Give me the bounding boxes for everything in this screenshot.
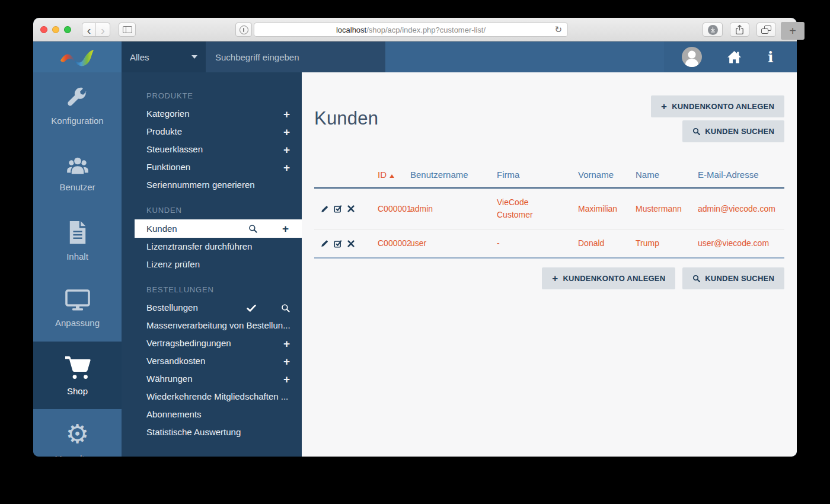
menu-item-vertragsbedingungen[interactable]: Vertragsbedingungen +	[122, 334, 302, 352]
edit-pencil-icon[interactable]	[321, 240, 328, 247]
menu-item-abonnements[interactable]: Abonnements	[122, 406, 302, 423]
global-search	[206, 42, 385, 72]
menu-item-waehrungen[interactable]: Währungen +	[122, 370, 302, 388]
zoom-window-button[interactable]	[64, 26, 71, 33]
url-path: /shop/acp/index.php?customer-list/	[366, 25, 486, 34]
column-header-vorname[interactable]: Vorname	[578, 170, 636, 180]
add-icon[interactable]: +	[283, 126, 290, 138]
show-all-tabs-button[interactable]	[756, 23, 776, 37]
chevron-down-icon	[191, 55, 197, 59]
customer-id-link[interactable]: C000002	[378, 237, 410, 250]
column-header-name[interactable]: Name	[636, 170, 698, 180]
menu-item-label: Lizenztransfer durchführen	[146, 241, 252, 251]
create-customer-button-bottom[interactable]: + KUNDENKONTO ANLEGEN	[542, 267, 675, 289]
sidebar-item-konfiguration[interactable]: Konfiguration	[33, 72, 122, 140]
menu-item-label: Kategorien	[146, 109, 190, 119]
search-customers-button-bottom[interactable]: KUNDEN SUCHEN	[682, 267, 784, 289]
add-icon[interactable]: +	[283, 374, 290, 385]
forward-button[interactable]: ›	[96, 23, 110, 36]
customer-company: -	[497, 237, 578, 250]
customer-email-link[interactable]: admin@viecode.com	[698, 203, 784, 215]
back-button[interactable]: ‹	[82, 23, 96, 36]
app-body: Konfiguration Benutzer	[33, 72, 797, 457]
edit-pencil-icon[interactable]	[321, 205, 328, 213]
home-icon[interactable]	[727, 50, 742, 64]
menu-item-label: Wiederkehrende Mitgliedschaften ...	[146, 391, 288, 401]
menu-item-versandkosten[interactable]: Versandkosten +	[122, 352, 302, 370]
create-customer-button[interactable]: + KUNDENKONTO ANLEGEN	[651, 95, 784, 117]
menu-item-statistik[interactable]: Statistische Auswertung	[122, 423, 302, 441]
customer-id-link[interactable]: C000001	[378, 203, 410, 215]
minimize-window-button[interactable]	[52, 26, 59, 33]
info-icon[interactable]: i	[768, 50, 774, 65]
downloads-button[interactable]	[703, 23, 723, 37]
search-scope-dropdown[interactable]: Alles	[122, 42, 206, 72]
search-scope-value: Alles	[130, 52, 149, 62]
customer-username-link[interactable]: admin	[410, 203, 497, 215]
menu-item-bestellungen[interactable]: Bestellungen	[122, 299, 302, 317]
sidebar-toggle-button[interactable]	[119, 23, 136, 37]
enable-checkbox-icon[interactable]	[334, 240, 342, 248]
menu-item-massenverarbeitung[interactable]: Massenverarbeitung von Bestellun...	[122, 317, 302, 334]
share-button[interactable]	[730, 23, 749, 37]
menu-item-wiederkehrende[interactable]: Wiederkehrende Mitgliedschaften ...	[122, 388, 302, 406]
screenshot-canvas: + ‹ › localhost/shop/acp/index.php?custo…	[0, 0, 830, 504]
menu-item-kunden[interactable]: Kunden +	[135, 219, 302, 238]
topbar-spacer	[385, 42, 664, 72]
menu-item-funktionen[interactable]: Funktionen +	[122, 158, 302, 176]
customer-username-link[interactable]: user	[410, 237, 497, 250]
menu-item-label: Massenverarbeitung von Bestellun...	[146, 320, 290, 330]
menu-item-label: Währungen	[146, 374, 193, 384]
sidebar-item-label: Inhalt	[66, 251, 88, 261]
menu-item-lizenztransfer[interactable]: Lizenztransfer durchführen	[122, 238, 302, 256]
search-icon[interactable]	[281, 304, 290, 312]
menu-item-seriennummern[interactable]: Seriennummern generieren	[122, 176, 302, 194]
button-label: KUNDEN SUCHEN	[705, 274, 774, 283]
customer-email-link[interactable]: user@viecode.com	[698, 237, 784, 250]
sidebar-item-shop[interactable]: Shop	[33, 342, 122, 409]
menu-item-steuerklassen[interactable]: Steuerklassen +	[122, 141, 302, 158]
menu-item-label: Vertragsbedingungen	[146, 338, 231, 348]
address-bar[interactable]: localhost/shop/acp/index.php?customer-li…	[254, 23, 568, 37]
button-label: KUNDENKONTO ANLEGEN	[563, 274, 665, 283]
avatar[interactable]	[682, 47, 702, 67]
column-header-email[interactable]: E-Mail-Adresse	[698, 170, 784, 180]
reload-icon[interactable]: ↻	[554, 24, 562, 35]
search-icon[interactable]	[248, 224, 257, 233]
wrench-icon	[66, 87, 89, 109]
add-icon[interactable]: +	[282, 223, 289, 234]
menu-item-produkte[interactable]: Produkte +	[122, 123, 302, 141]
column-header-firma[interactable]: Firma	[497, 170, 578, 180]
menu-item-label: Produkte	[146, 126, 182, 136]
add-icon[interactable]: +	[283, 356, 290, 367]
column-header-benutzername[interactable]: Benutzername	[410, 170, 497, 180]
search-input[interactable]	[206, 52, 385, 62]
search-customers-button[interactable]: KUNDEN SUCHEN	[682, 120, 784, 142]
button-label: KUNDEN SUCHEN	[705, 127, 774, 136]
check-icon[interactable]	[247, 304, 256, 312]
add-icon[interactable]: +	[283, 338, 290, 349]
add-icon[interactable]: +	[283, 144, 290, 155]
password-extension-button[interactable]	[235, 23, 252, 37]
sort-asc-icon	[390, 174, 394, 178]
delete-x-icon[interactable]	[347, 205, 355, 212]
new-tab-button[interactable]: +	[781, 22, 805, 40]
table-row: C000001 admin VieCode Customer Maximilia…	[314, 189, 784, 229]
section-title-kunden: KUNDEN	[122, 205, 302, 216]
add-icon[interactable]: +	[283, 162, 290, 173]
menu-item-kategorien[interactable]: Kategorien +	[122, 105, 302, 123]
logo-link[interactable]	[33, 42, 122, 72]
close-window-button[interactable]	[40, 26, 47, 33]
tabs-icon	[761, 25, 771, 34]
column-header-id[interactable]: ID	[378, 170, 410, 180]
menu-item-lizenz-pruefen[interactable]: Lizenz prüfen	[122, 256, 302, 273]
add-icon[interactable]: +	[283, 109, 290, 120]
sidebar-item-inhalt[interactable]: Inhalt	[33, 207, 122, 275]
sidebar-item-verwaltung[interactable]: ⚙ Verwaltung	[33, 409, 122, 457]
sidebar-item-anpassung[interactable]: Anpassung	[33, 275, 122, 342]
user-silhouette-icon	[682, 47, 702, 67]
delete-x-icon[interactable]	[347, 240, 355, 247]
sidebar-item-benutzer[interactable]: Benutzer	[33, 140, 122, 208]
enable-checkbox-icon[interactable]	[334, 205, 342, 213]
share-icon	[735, 24, 744, 35]
